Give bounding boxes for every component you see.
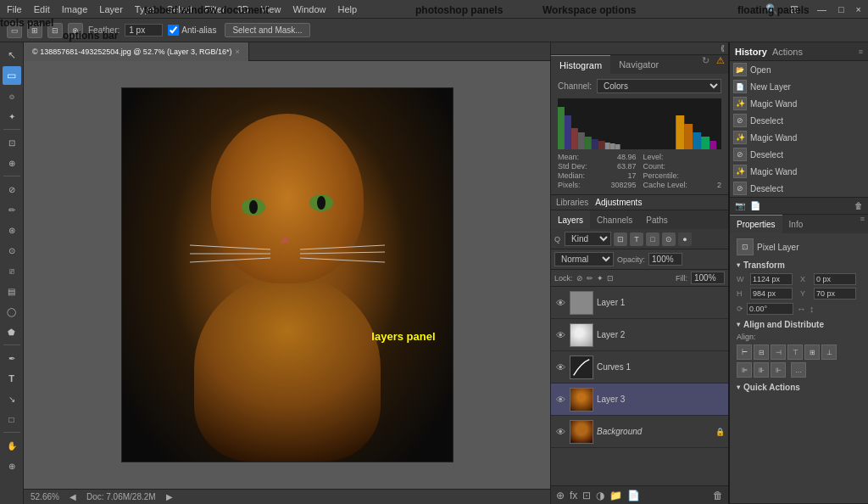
tool-options-icon-4[interactable]: ⊗ bbox=[68, 23, 83, 38]
menu-filter[interactable]: Filter bbox=[204, 4, 225, 14]
height-input[interactable] bbox=[750, 288, 793, 300]
menu-window[interactable]: Window bbox=[292, 4, 326, 14]
tool-gradient[interactable]: ▤ bbox=[3, 282, 21, 300]
menu-layer[interactable]: Layer bbox=[99, 4, 123, 14]
layer-folder-icon[interactable]: 📁 bbox=[609, 490, 622, 501]
history-item-deselect-1[interactable]: ⊘ Deselect bbox=[730, 112, 868, 129]
x-input[interactable] bbox=[814, 273, 856, 285]
history-menu-icon[interactable]: ≡ bbox=[859, 48, 863, 56]
layer-fx-icon[interactable]: fx bbox=[570, 490, 577, 501]
width-input[interactable] bbox=[750, 273, 793, 285]
tool-arrow[interactable]: ↖ bbox=[3, 46, 21, 64]
menu-file[interactable]: File bbox=[7, 4, 22, 14]
minimize-button[interactable]: — bbox=[817, 4, 826, 14]
layer-mask-icon[interactable]: ⊡ bbox=[582, 490, 591, 501]
feather-input[interactable] bbox=[125, 24, 163, 36]
tool-brush[interactable]: ✏ bbox=[3, 200, 21, 219]
document-tab[interactable]: © 138857681-493252504.jpg @ 52.7% (Layer… bbox=[24, 42, 249, 61]
layer-filter-shape[interactable]: □ bbox=[646, 232, 659, 246]
workspace-button[interactable]: ⊞ bbox=[790, 3, 798, 15]
tool-eyedropper[interactable]: ⊕ bbox=[3, 154, 21, 172]
fill-input[interactable] bbox=[691, 272, 725, 284]
tool-options-icon-2[interactable]: ⊞ bbox=[27, 23, 42, 38]
tool-zoom[interactable]: ⊕ bbox=[3, 456, 21, 475]
libraries-tab[interactable]: Libraries bbox=[556, 198, 588, 207]
tool-quick-select[interactable]: ✦ bbox=[3, 107, 21, 126]
layer-row-2[interactable]: 👁 Layer 2 bbox=[551, 319, 728, 351]
histogram-refresh-icon[interactable]: ↻ bbox=[698, 55, 713, 74]
curves-1-visibility[interactable]: 👁 bbox=[554, 361, 566, 373]
navigator-tab[interactable]: Navigator bbox=[610, 55, 667, 74]
align-left-icon[interactable]: ⊢ bbox=[737, 344, 752, 360]
menu-edit[interactable]: Edit bbox=[34, 4, 50, 14]
blend-mode-select[interactable]: Normal bbox=[554, 252, 614, 266]
properties-tab[interactable]: Properties bbox=[730, 215, 782, 233]
layer-1-visibility[interactable]: 👁 bbox=[554, 297, 566, 309]
layer-filter-smart[interactable]: ⊙ bbox=[662, 232, 676, 246]
history-item-deselect-2[interactable]: ⊘ Deselect bbox=[730, 146, 868, 163]
maximize-button[interactable]: □ bbox=[838, 4, 844, 14]
tool-type[interactable]: T bbox=[3, 369, 21, 388]
tool-path-selection[interactable]: ↘ bbox=[3, 389, 21, 408]
align-header[interactable]: ▾ Align and Distribute bbox=[737, 320, 861, 329]
layer-row-bg[interactable]: 👁 Background 🔒 bbox=[551, 416, 728, 448]
menu-help[interactable]: Help bbox=[338, 4, 358, 14]
layer-filter-pixel[interactable]: ⊡ bbox=[614, 232, 627, 246]
menu-select[interactable]: Select bbox=[167, 4, 193, 14]
layer-row-3[interactable]: 👁 Layer 3 bbox=[551, 384, 728, 416]
tool-history-brush[interactable]: ⊙ bbox=[3, 241, 21, 260]
menu-image[interactable]: Image bbox=[62, 4, 88, 14]
lock-position-icon[interactable]: ✦ bbox=[597, 274, 604, 283]
anti-alias-checkbox[interactable] bbox=[168, 25, 179, 36]
layer-2-visibility[interactable]: 👁 bbox=[554, 329, 566, 341]
layer-3-visibility[interactable]: 👁 bbox=[554, 394, 566, 406]
layer-delete-icon[interactable]: 🗑 bbox=[713, 490, 723, 501]
tool-marquee[interactable]: ▭ bbox=[3, 66, 21, 85]
tool-crop[interactable]: ⊡ bbox=[3, 133, 21, 152]
tool-hand[interactable]: ✋ bbox=[3, 436, 21, 455]
panel-collapse-icon[interactable]: ⟪ bbox=[721, 44, 725, 53]
lock-transparent-icon[interactable]: ⊘ bbox=[576, 274, 583, 283]
history-item-new-layer[interactable]: 📄 New Layer bbox=[730, 78, 868, 95]
dist-left-icon[interactable]: ⊫ bbox=[737, 362, 752, 378]
channel-select[interactable]: Colors RGB Red Green Blue bbox=[597, 79, 721, 93]
history-delete-icon[interactable]: 🗑 bbox=[854, 201, 863, 210]
layer-filter-type[interactable]: T bbox=[630, 232, 643, 246]
align-center-h-icon[interactable]: ⊟ bbox=[754, 344, 769, 360]
tab-close-button[interactable]: × bbox=[235, 48, 239, 56]
layer-row-curves[interactable]: 👁 Curves 1 bbox=[551, 351, 728, 384]
tool-lasso[interactable]: ⌾ bbox=[3, 87, 21, 105]
tool-healing[interactable]: ⊘ bbox=[3, 180, 21, 199]
align-top-icon[interactable]: ⊤ bbox=[787, 344, 803, 360]
tool-pen[interactable]: ✒ bbox=[3, 349, 21, 367]
paths-tab[interactable]: Paths bbox=[639, 210, 675, 229]
align-center-v-icon[interactable]: ⊞ bbox=[804, 344, 820, 360]
more-options-icon[interactable]: … bbox=[791, 362, 806, 378]
history-item-open[interactable]: 📂 Open bbox=[730, 61, 868, 78]
layer-new-icon[interactable]: 📄 bbox=[627, 490, 640, 501]
lock-brush-icon[interactable]: ✏ bbox=[587, 274, 593, 283]
tool-dodge[interactable]: ⬟ bbox=[3, 322, 21, 341]
info-tab[interactable]: Info bbox=[782, 215, 810, 233]
menu-view[interactable]: View bbox=[261, 4, 281, 14]
flip-v-icon[interactable]: ↕ bbox=[810, 304, 815, 314]
layer-row-1[interactable]: 👁 Layer 1 bbox=[551, 287, 728, 319]
adjustments-tab[interactable]: Adjustments bbox=[595, 198, 642, 207]
search-icon[interactable]: 🔍 bbox=[765, 3, 778, 15]
canvas-area[interactable]: layers panel bbox=[24, 61, 550, 489]
tool-eraser[interactable]: ⎚ bbox=[3, 261, 21, 280]
history-item-magic-wand-1[interactable]: ✨ Magic Wand bbox=[730, 95, 868, 112]
dist-right-icon[interactable]: ⊩ bbox=[771, 362, 786, 378]
history-item-deselect-3[interactable]: ⊘ Deselect bbox=[730, 180, 868, 197]
tool-options-icon-3[interactable]: ⊟ bbox=[47, 23, 63, 38]
align-bottom-icon[interactable]: ⊥ bbox=[821, 344, 837, 360]
lock-artboard-icon[interactable]: ⊡ bbox=[607, 274, 614, 283]
dist-center-h-icon[interactable]: ⊪ bbox=[754, 362, 769, 378]
tool-blur[interactable]: ◯ bbox=[3, 302, 21, 321]
close-button[interactable]: × bbox=[856, 4, 861, 14]
layer-adjustment-icon[interactable]: ◑ bbox=[596, 490, 604, 501]
opacity-input[interactable] bbox=[648, 253, 682, 266]
history-item-magic-wand-2[interactable]: ✨ Magic Wand bbox=[730, 129, 868, 146]
tool-shape[interactable]: □ bbox=[3, 410, 21, 428]
history-tab[interactable]: History bbox=[735, 47, 767, 57]
